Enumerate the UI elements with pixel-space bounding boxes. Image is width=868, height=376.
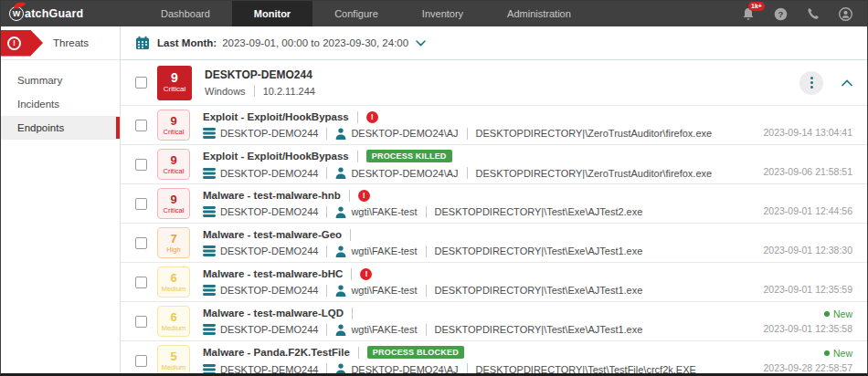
device-icon xyxy=(203,285,216,296)
device-name: DESKTOP-DEMO244 xyxy=(220,324,318,335)
divider xyxy=(358,347,359,359)
calendar-icon xyxy=(135,36,150,50)
user-entry: wgti\FAKE-test xyxy=(335,245,417,257)
timestamp: 2023-09-01 12:35:58 xyxy=(764,323,853,334)
nav-item-monitor[interactable]: Monitor xyxy=(232,1,312,26)
device-name: DESKTOP-DEMO244 xyxy=(220,206,318,217)
group-subinfo: Windows 10.2.11.244 xyxy=(205,85,315,97)
divider xyxy=(357,151,358,162)
threat-title-line: Exploit - Exploit/HookBypassPROCESS KILL… xyxy=(203,150,753,162)
support-button[interactable] xyxy=(807,7,820,20)
device-entry: DESKTOP-DEMO244 xyxy=(203,285,318,296)
main-content: Last Month: 2023-09-01, 00:00 to 2023-09… xyxy=(121,26,867,373)
help-button[interactable]: ? xyxy=(774,7,788,21)
new-badge: New xyxy=(824,348,852,359)
threat-details: Malware - test-malware-bHC!DESKTOP-DEMO2… xyxy=(203,268,753,297)
chevron-up-icon xyxy=(842,79,852,87)
endpoint-group-header[interactable]: 9 Critical DESKTOP-DEMO244 Windows 10.2.… xyxy=(121,60,867,106)
device-name: DESKTOP-DEMO244 xyxy=(220,245,318,256)
threat-title: Exploit - Exploit/HookBypass xyxy=(203,111,349,122)
divider xyxy=(467,128,468,140)
account-button[interactable] xyxy=(839,7,852,21)
group-os: Windows xyxy=(205,86,246,97)
threat-row[interactable]: 9CriticalExploit - Exploit/HookBypass!DE… xyxy=(121,106,867,145)
row-checkbox[interactable] xyxy=(135,355,147,367)
group-menu-button[interactable] xyxy=(799,71,823,95)
alert-icon: ! xyxy=(360,268,372,280)
divider xyxy=(351,268,352,280)
device-name: DESKTOP-DEMO244 xyxy=(220,364,318,374)
row-checkbox[interactable] xyxy=(135,316,147,328)
threat-title-line: Exploit - Exploit/HookBypass! xyxy=(203,111,753,123)
user-entry: DESKTOP-DEMO24\AJ xyxy=(335,167,458,179)
row-checkbox[interactable] xyxy=(135,237,147,249)
threat-title: Malware - test-malware-bHC xyxy=(203,268,343,279)
severity-score: 6 xyxy=(170,272,176,285)
threat-meta-line: DESKTOP-DEMO244DESKTOP-DEMO24\AJDESKTOPD… xyxy=(203,363,753,373)
threat-row[interactable]: 9CriticalMalware - test-malware-hnb!DESK… xyxy=(121,184,867,224)
nav-item-administration[interactable]: Administration xyxy=(485,1,593,26)
sidebar-item-endpoints[interactable]: Endpoints xyxy=(1,116,120,140)
nav-item-inventory[interactable]: Inventory xyxy=(400,1,485,26)
sidebar-item-incidents[interactable]: Incidents xyxy=(1,92,120,116)
threat-row[interactable]: 6MediumMalware - test-malware-LQDDESKTOP… xyxy=(121,302,867,341)
watchguard-logo[interactable]: W atchGuard xyxy=(9,6,91,21)
divider xyxy=(326,128,327,140)
new-badge: New xyxy=(824,308,852,319)
threat-row[interactable]: 6MediumMalware - test-malware-bHC!DESKTO… xyxy=(121,263,867,302)
file-path: DESKTOPDIRECTORY|\Test\TestFile\crcf2k.E… xyxy=(476,364,696,374)
user-name: wgti\FAKE-test xyxy=(351,245,417,256)
divider xyxy=(254,85,255,97)
user-icon xyxy=(335,245,346,257)
severity-label: Medium xyxy=(162,324,186,332)
threat-row[interactable]: 9CriticalExploit - Exploit/HookBypassPRO… xyxy=(121,145,867,184)
row-right: 2023-09-14 13:04:41 xyxy=(764,106,853,144)
severity-badge: 9Critical xyxy=(157,188,190,219)
divider xyxy=(467,363,468,373)
file-path: DESKTOPDIRECTORY|\ZeroTrustAuditor\firef… xyxy=(476,128,713,139)
nav-item-dashboard[interactable]: Dashboard xyxy=(139,1,232,26)
severity-score: 9 xyxy=(170,154,176,167)
severity-score: 9 xyxy=(170,115,176,128)
nav-item-configure[interactable]: Configure xyxy=(312,1,400,26)
user-avatar-icon xyxy=(839,7,852,21)
severity-badge: 7High xyxy=(157,227,190,258)
group-collapse-button[interactable] xyxy=(842,79,852,87)
new-label: New xyxy=(833,348,852,359)
threat-details: Malware - test-malware-LQDDESKTOP-DEMO24… xyxy=(203,308,753,336)
date-filter-bar[interactable]: Last Month: 2023-09-01, 00:00 to 2023-09… xyxy=(121,26,867,59)
severity-badge: 9Critical xyxy=(157,110,190,141)
nav-items: DashboardMonitorConfigureInventoryAdmini… xyxy=(139,1,593,26)
new-label: New xyxy=(833,308,852,319)
severity-label: Medium xyxy=(162,285,186,293)
group-checkbox[interactable] xyxy=(135,77,147,89)
row-checkbox[interactable] xyxy=(135,120,147,131)
sidebar-item-summary[interactable]: Summary xyxy=(1,68,120,92)
threat-title-line: Malware - Panda.F2K.TestFilePROCESS BLOC… xyxy=(203,346,753,359)
threat-details: Malware - Panda.F2K.TestFilePROCESS BLOC… xyxy=(203,346,753,373)
new-dot-icon xyxy=(824,311,830,317)
threat-row[interactable]: 7HighMalware - test-malware-GeoDESKTOP-D… xyxy=(121,224,867,263)
user-entry: wgti\FAKE-test xyxy=(335,285,417,297)
notifications-button[interactable]: 1k+ xyxy=(742,7,755,21)
threat-title-line: Malware - test-malware-hnb! xyxy=(203,190,753,202)
group-severity-label: Critical xyxy=(164,85,185,94)
device-name: DESKTOP-DEMO244 xyxy=(220,128,318,139)
filter-dropdown-button[interactable] xyxy=(416,40,426,47)
nav-icons: 1k+ ? xyxy=(742,7,852,21)
threat-details: Exploit - Exploit/HookBypassPROCESS KILL… xyxy=(203,150,753,179)
severity-score: 9 xyxy=(170,193,176,206)
threat-row[interactable]: 5MediumMalware - Panda.F2K.TestFilePROCE… xyxy=(121,341,867,373)
device-name: DESKTOP-DEMO244 xyxy=(220,285,318,296)
row-checkbox[interactable] xyxy=(135,198,147,210)
row-checkbox[interactable] xyxy=(135,159,147,171)
timestamp: 2023-09-06 21:58:51 xyxy=(764,166,853,177)
threat-details: Exploit - Exploit/HookBypass!DESKTOP-DEM… xyxy=(203,111,753,140)
threat-title-line: Malware - test-malware-Geo xyxy=(203,229,753,241)
row-right: New2023-09-28 22:58:57 xyxy=(764,341,853,373)
user-icon xyxy=(335,363,346,373)
row-right: 2023-09-01 12:38:30 xyxy=(764,224,853,262)
row-checkbox[interactable] xyxy=(135,277,147,288)
row-right: New2023-09-01 12:35:58 xyxy=(764,302,853,340)
timestamp: 2023-09-28 22:58:57 xyxy=(764,362,853,373)
